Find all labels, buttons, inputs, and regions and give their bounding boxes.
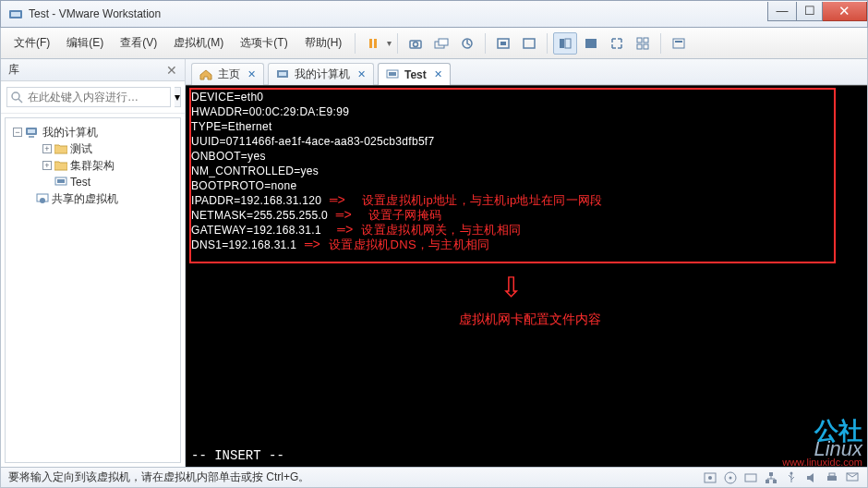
tree-row-item[interactable]: Test <box>9 174 176 190</box>
search-dropdown[interactable]: ▾ <box>175 87 181 107</box>
fullscreen-button[interactable] <box>605 32 629 55</box>
svg-rect-18 <box>673 39 684 48</box>
computer-icon <box>276 69 289 80</box>
library-sidebar: 库 ✕ ▾ − 我的计算机 + 测试 + 集群架构 <box>1 59 186 467</box>
folder-icon <box>54 143 67 154</box>
svg-rect-14 <box>637 38 642 43</box>
vim-mode-line: -- INSERT -- <box>191 448 284 463</box>
sound-icon[interactable] <box>804 470 819 485</box>
menu-file[interactable]: 文件(F) <box>6 31 57 55</box>
svg-point-5 <box>414 42 418 46</box>
message-icon[interactable] <box>845 470 860 485</box>
snapshot-manager-button[interactable] <box>429 32 453 55</box>
thumbnail-view-button[interactable] <box>553 32 577 55</box>
tree-row-shared[interactable]: 共享的虚拟机 <box>9 190 176 207</box>
tree-label: 共享的虚拟机 <box>52 191 118 207</box>
sidebar-tree: − 我的计算机 + 测试 + 集群架构 Test <box>5 117 181 463</box>
guest-size-button[interactable] <box>491 32 515 55</box>
menu-edit[interactable]: 编辑(E) <box>59 31 111 55</box>
home-icon <box>199 69 212 80</box>
tab-home[interactable]: 主页 ✕ <box>191 63 264 85</box>
sidebar-close-icon[interactable]: ✕ <box>166 63 177 78</box>
expander-icon[interactable]: + <box>42 161 52 170</box>
menu-help[interactable]: 帮助(H) <box>297 31 350 55</box>
expander-icon[interactable]: + <box>42 144 52 153</box>
svg-rect-42 <box>827 476 837 481</box>
tab-close-icon[interactable]: ✕ <box>434 68 442 80</box>
vm-icon <box>54 177 67 188</box>
statusbar: 要将输入定向到该虚拟机，请在虚拟机内部单击或按 Ctrl+G。 <box>0 468 868 488</box>
window-title: Test - VMware Workstation <box>29 7 161 20</box>
revert-button[interactable] <box>455 32 479 55</box>
tree-row-item[interactable]: + 测试 <box>9 140 176 157</box>
svg-rect-37 <box>745 474 756 482</box>
menu-tabs[interactable]: 选项卡(T) <box>233 31 295 55</box>
svg-rect-38 <box>769 472 773 476</box>
sidebar-title: 库 <box>8 62 19 78</box>
shared-vm-icon <box>36 193 49 204</box>
menu-vm[interactable]: 虚拟机(M) <box>166 31 231 55</box>
folder-icon <box>54 160 67 171</box>
tab-label: 我的计算机 <box>295 67 350 82</box>
annotation-arrow-icon: ⇩ <box>500 271 523 303</box>
tab-test[interactable]: Test ✕ <box>378 63 451 85</box>
library-button[interactable] <box>667 32 691 55</box>
terminal-view[interactable]: DEVICE=eth0 HWADDR=00:0C:29:DA:E9:99 TYP… <box>186 85 867 467</box>
terminal-content: DEVICE=eth0 HWADDR=00:0C:29:DA:E9:99 TYP… <box>186 86 867 256</box>
svg-rect-17 <box>644 44 648 49</box>
vmware-icon <box>8 6 23 21</box>
tree-label: 集群架构 <box>70 158 115 174</box>
svg-rect-23 <box>28 129 35 133</box>
svg-rect-19 <box>675 41 682 43</box>
minimize-button[interactable]: — <box>767 2 797 21</box>
tab-mycomputer[interactable]: 我的计算机 ✕ <box>268 63 374 85</box>
disk-icon[interactable] <box>703 470 717 485</box>
tab-close-icon[interactable]: ✕ <box>247 68 256 80</box>
tree-row-root[interactable]: − 我的计算机 <box>9 124 176 140</box>
svg-point-34 <box>708 476 712 480</box>
svg-point-28 <box>40 198 45 203</box>
svg-rect-32 <box>389 72 396 76</box>
svg-rect-13 <box>585 39 597 48</box>
cd-icon[interactable] <box>723 470 738 485</box>
svg-rect-40 <box>773 480 777 483</box>
svg-rect-24 <box>29 136 34 138</box>
svg-rect-1 <box>11 12 20 17</box>
svg-rect-10 <box>524 39 535 48</box>
pause-button[interactable] <box>361 32 385 55</box>
computer-icon <box>25 126 40 139</box>
svg-point-36 <box>729 476 732 479</box>
tree-label: 我的计算机 <box>42 125 98 140</box>
main-area: 主页 ✕ 我的计算机 ✕ Test ✕ DEVICE=eth0 HWADDR=0… <box>186 59 867 467</box>
sidebar-search: ▾ <box>1 81 185 114</box>
card-icon[interactable] <box>743 470 758 485</box>
network-icon[interactable] <box>764 470 778 485</box>
close-button[interactable]: ✕ <box>823 2 867 21</box>
window-titlebar: Test - VMware Workstation — ☐ ✕ <box>0 0 868 28</box>
search-input[interactable] <box>6 87 171 107</box>
sidebar-title-bar: 库 ✕ <box>1 59 185 81</box>
printer-icon[interactable] <box>825 470 839 485</box>
tab-label: 主页 <box>218 67 240 82</box>
tab-close-icon[interactable]: ✕ <box>357 68 366 80</box>
svg-line-21 <box>18 99 22 103</box>
svg-rect-12 <box>565 39 571 48</box>
svg-rect-43 <box>829 473 835 476</box>
show-console-button[interactable] <box>517 32 541 55</box>
tree-label: 测试 <box>70 141 92 157</box>
snapshot-button[interactable] <box>404 32 428 55</box>
single-view-button[interactable] <box>579 32 603 55</box>
svg-rect-15 <box>644 38 648 43</box>
svg-rect-30 <box>279 72 286 76</box>
expander-icon[interactable]: − <box>13 128 22 137</box>
maximize-button[interactable]: ☐ <box>797 2 823 21</box>
usb-icon[interactable] <box>784 470 799 485</box>
svg-rect-39 <box>766 480 769 483</box>
search-icon <box>10 91 23 104</box>
svg-rect-3 <box>374 39 377 48</box>
unity-button[interactable] <box>631 32 655 55</box>
tree-row-item[interactable]: + 集群架构 <box>9 157 176 174</box>
svg-rect-7 <box>439 39 448 45</box>
menu-view[interactable]: 查看(V) <box>113 31 164 55</box>
vm-icon <box>386 69 399 80</box>
